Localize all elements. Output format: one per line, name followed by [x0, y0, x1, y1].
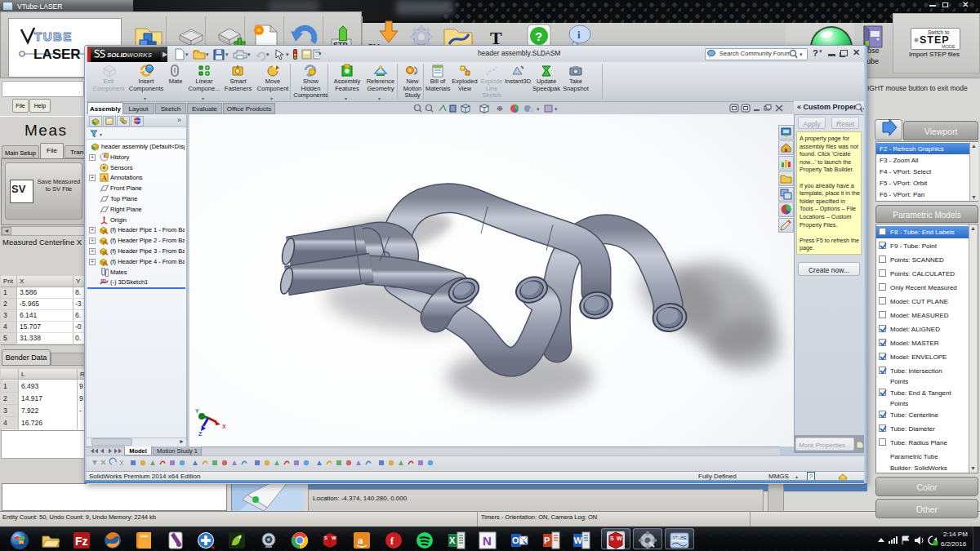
svg-text:?: ?	[535, 29, 542, 43]
svg-text:S: S	[610, 535, 614, 541]
svg-text:▾: ▾	[555, 106, 558, 112]
svg-text:O: O	[512, 535, 519, 545]
svg-text:LASER: LASER	[33, 47, 81, 62]
svg-text:Fz: Fz	[75, 535, 88, 548]
svg-text:▾: ▾	[800, 51, 803, 57]
svg-text:S: S	[324, 535, 327, 540]
svg-text:A: A	[102, 176, 107, 183]
svg-text:X: X	[449, 535, 456, 545]
svg-text:▾: ▾	[185, 51, 189, 57]
svg-text:▾: ▾	[225, 51, 229, 57]
svg-text:P: P	[544, 535, 550, 545]
svg-text:TUBE: TUBE	[34, 29, 73, 43]
svg-text:▾: ▾	[286, 51, 289, 57]
svg-text:MODE: MODE	[942, 44, 956, 49]
svg-text:Z: Z	[198, 431, 203, 437]
svg-text:▾: ▾	[537, 106, 540, 112]
svg-text:Y: Y	[195, 408, 199, 414]
svg-text:a: a	[358, 534, 363, 546]
svg-text:SOLIDWORKS: SOLIDWORKS	[107, 51, 153, 59]
svg-text:▾: ▾	[206, 51, 209, 57]
svg-text:▾: ▾	[247, 51, 251, 57]
svg-text:▾: ▾	[100, 132, 102, 137]
svg-text:X: X	[222, 424, 226, 429]
svg-text:W: W	[617, 535, 622, 541]
svg-text:N: N	[483, 534, 492, 548]
svg-text:▾: ▾	[266, 51, 270, 57]
svg-text:VTUBE: VTUBE	[673, 535, 687, 540]
svg-text:W: W	[574, 535, 583, 545]
svg-text:W: W	[332, 535, 336, 540]
svg-text:i: i	[577, 29, 581, 41]
svg-text:3D: 3D	[100, 278, 106, 283]
